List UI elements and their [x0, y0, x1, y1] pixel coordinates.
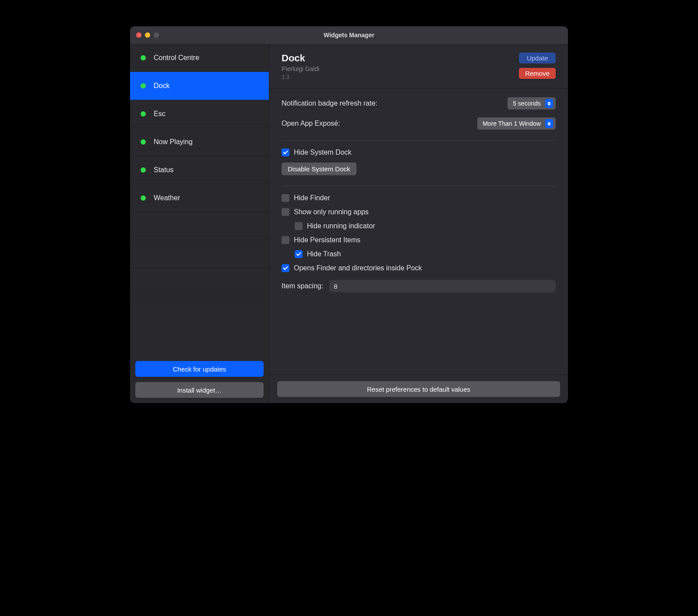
item-spacing-label: Item spacing: [282, 282, 323, 290]
window-body: Control Centre Dock Esc Now Playing Stat… [130, 44, 568, 403]
sidebar-footer: Check for updates Install widget… [130, 356, 269, 403]
checkbox-label: Hide System Dock [294, 149, 352, 156]
checkbox-icon [295, 250, 303, 258]
sidebar-empty-row [130, 212, 269, 240]
disable-system-dock-button[interactable]: Disable System Dock [282, 163, 356, 175]
checkbox-label: Hide Finder [294, 194, 330, 202]
refresh-rate-row: Notification badge refresh rate: 5 secon… [282, 97, 556, 110]
sidebar-item-weather[interactable]: Weather [130, 184, 269, 212]
sidebar-item-status[interactable]: Status [130, 156, 269, 184]
expose-label: Open App Exposé: [282, 120, 340, 127]
checkbox-icon [282, 194, 289, 202]
hide-running-indicator-checkbox[interactable]: Hide running indicator [295, 222, 556, 230]
status-dot-icon [141, 83, 146, 89]
minimize-icon[interactable] [145, 32, 150, 38]
checkbox-label: Hide running indicator [307, 222, 375, 230]
checkbox-label: Show only running apps [294, 208, 369, 216]
checkbox-label: Opens Finder and directories inside Pock [294, 264, 422, 272]
checkbox-icon [282, 149, 289, 156]
sidebar-item-label: Weather [154, 194, 180, 202]
hide-persistent-checkbox[interactable]: Hide Persistent Items [282, 236, 556, 244]
checkbox-label: Hide Trash [307, 250, 341, 258]
sidebar-item-label: Dock [154, 82, 169, 90]
checkbox-label: Hide Persistent Items [294, 236, 360, 244]
refresh-rate-select[interactable]: 5 seconds [508, 97, 556, 110]
sidebar-list: Control Centre Dock Esc Now Playing Stat… [130, 44, 269, 356]
checkbox-icon [282, 208, 289, 216]
hide-system-dock-checkbox[interactable]: Hide System Dock [282, 149, 556, 156]
window: Widgets Manager Control Centre Dock Esc [130, 26, 568, 403]
install-widget-button[interactable]: Install widget… [135, 382, 264, 398]
sidebar-empty-row [130, 268, 269, 296]
widget-title: Dock [282, 53, 319, 64]
updown-icon [545, 119, 553, 128]
widget-author: Pierluigi Galdi [282, 65, 319, 72]
sidebar-item-dock[interactable]: Dock [130, 72, 269, 100]
status-dot-icon [141, 139, 146, 145]
header-left: Dock Pierluigi Galdi 1.3 [282, 53, 319, 80]
remove-button[interactable]: Remove [519, 68, 556, 79]
titlebar: Widgets Manager [130, 26, 568, 44]
sidebar-item-label: Esc [154, 110, 166, 118]
sidebar: Control Centre Dock Esc Now Playing Stat… [130, 44, 269, 403]
content-footer: Reset preferences to default values [269, 375, 568, 403]
sidebar-item-label: Control Centre [154, 54, 199, 62]
sidebar-item-esc[interactable]: Esc [130, 100, 269, 128]
window-title: Widgets Manager [130, 32, 568, 39]
show-only-running-checkbox[interactable]: Show only running apps [282, 208, 556, 216]
settings-panel: Notification badge refresh rate: 5 secon… [269, 89, 568, 375]
select-value: 5 seconds [513, 100, 541, 107]
widget-version: 1.3 [282, 74, 319, 80]
sidebar-empty-row [130, 240, 269, 268]
hide-finder-checkbox[interactable]: Hide Finder [282, 194, 556, 202]
zoom-icon [154, 32, 159, 38]
checkbox-icon [282, 264, 289, 272]
status-dot-icon [141, 167, 146, 173]
header-actions: Update Remove [519, 53, 556, 79]
content: Dock Pierluigi Galdi 1.3 Update Remove N… [269, 44, 568, 403]
status-dot-icon [141, 195, 146, 201]
update-button[interactable]: Update [519, 53, 556, 64]
divider [282, 186, 556, 186]
divider [282, 140, 556, 141]
reset-preferences-button[interactable]: Reset preferences to default values [277, 381, 560, 397]
select-value: More Than 1 Window [483, 120, 541, 127]
status-dot-icon [141, 55, 146, 60]
sidebar-item-control-centre[interactable]: Control Centre [130, 44, 269, 72]
item-spacing-row: Item spacing: [282, 280, 556, 292]
sidebar-item-label: Now Playing [154, 138, 193, 146]
expose-select[interactable]: More Than 1 Window [477, 117, 556, 130]
status-dot-icon [141, 111, 146, 117]
sidebar-item-now-playing[interactable]: Now Playing [130, 128, 269, 156]
hide-trash-checkbox[interactable]: Hide Trash [295, 250, 556, 258]
check-updates-button[interactable]: Check for updates [135, 361, 264, 377]
close-icon[interactable] [136, 32, 141, 38]
item-spacing-input[interactable] [329, 280, 556, 292]
traffic-lights [136, 32, 159, 38]
opens-finder-checkbox[interactable]: Opens Finder and directories inside Pock [282, 264, 556, 272]
refresh-rate-label: Notification badge refresh rate: [282, 99, 377, 107]
updown-icon [545, 99, 553, 108]
checkbox-icon [282, 236, 289, 244]
sidebar-item-label: Status [154, 166, 173, 174]
detail-header: Dock Pierluigi Galdi 1.3 Update Remove [269, 44, 568, 89]
expose-row: Open App Exposé: More Than 1 Window [282, 117, 556, 130]
checkbox-icon [295, 222, 303, 230]
